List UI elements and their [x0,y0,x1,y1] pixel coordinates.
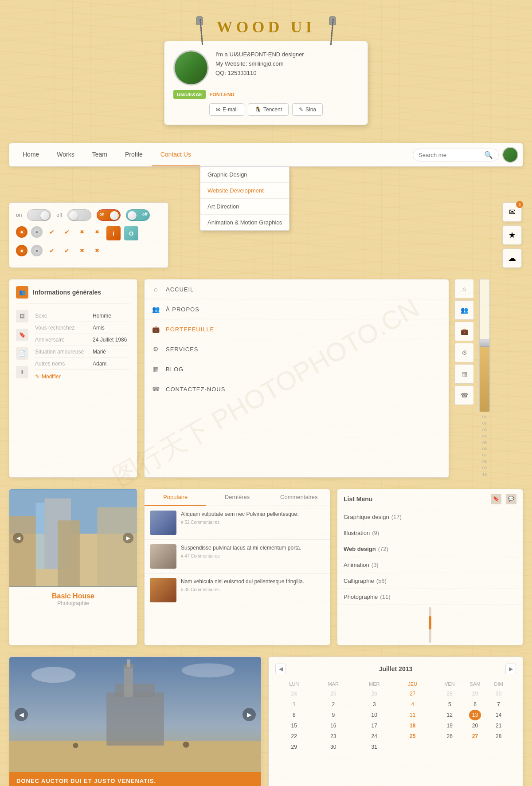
cal-day-3-5[interactable]: 20 [469,720,481,731]
radio-gray-1[interactable]: ● [31,226,43,238]
cal-day-5-1[interactable]: 30 [313,742,354,752]
cal-day-2-4[interactable]: 12 [430,710,469,720]
cal-day-5-2[interactable]: 31 [354,742,395,752]
toggle-off-switch[interactable] [67,209,91,221]
cal-day-0-6[interactable]: 30 [481,688,516,699]
radio-gray-2[interactable]: ● [31,245,43,256]
cal-day-0-0[interactable]: 24 [275,688,313,699]
cal-day-3-0[interactable]: 15 [275,720,313,731]
cal-day-0-5[interactable]: 29 [469,688,481,699]
dropdown-animation[interactable]: Animation & Motion Graphics [200,215,289,230]
mini-nav-briefcase[interactable]: 💼 [454,322,474,341]
cal-day-3-2[interactable]: 17 [354,720,395,731]
check-icon-1[interactable]: ✔ [46,226,58,238]
tab-populaire[interactable]: Populaire [145,489,206,506]
gallery-prev-button[interactable]: ◀ [15,708,28,721]
cal-day-2-2[interactable]: 10 [354,710,395,720]
cal-day-0-3[interactable]: 27 [395,688,430,699]
x-icon-2[interactable]: ✖ [91,226,103,238]
menu-item-contact[interactable]: ☎ CONTACTEZ-NOUS [145,379,449,399]
sina-button[interactable]: ✎ Sina [292,103,323,116]
bookmark-icon-btn[interactable]: 🔖 [491,494,501,504]
gallery-next-button[interactable]: ▶ [243,708,256,721]
cal-day-1-1[interactable]: 2 [313,699,354,710]
toggle-teal-switch[interactable]: off [126,209,150,221]
check-icon-3[interactable]: ✔ [46,245,58,256]
cal-day-4-0[interactable]: 22 [275,731,313,742]
cal-day-3-4[interactable]: 19 [430,720,469,731]
cal-day-1-0[interactable]: 1 [275,699,313,710]
search-icon[interactable]: 🔍 [484,151,493,159]
cal-day-1-6[interactable]: 7 [481,699,516,710]
cal-day-1-3[interactable]: 4 [395,699,430,710]
envelope-icon-btn[interactable]: ✉ 6 [502,202,522,222]
list-item-photographie[interactable]: Photographie (11) [337,589,523,605]
nav-item-contact[interactable]: Contact Us [152,143,200,166]
x-icon-1[interactable]: ✖ [76,226,88,238]
nav-item-home[interactable]: Home [14,143,48,166]
check-icon-2[interactable]: ✔ [61,226,73,238]
cloud-icon-btn[interactable]: ☁ [502,248,522,268]
ruler-knob[interactable] [479,339,490,347]
cal-day-4-5[interactable]: 27 [469,731,481,742]
dropdown-art[interactable]: Art Direction [200,199,289,215]
list-item-graphique[interactable]: Graphique design (17) [337,509,523,525]
calendar-prev-button[interactable]: ◀ [275,664,286,674]
btn-o-teal[interactable]: O [124,226,138,240]
dropdown-graphic[interactable]: Graphic Design [200,167,289,183]
mini-nav-home[interactable]: ⌂ [454,279,474,299]
mini-nav-users[interactable]: 👥 [454,300,474,320]
tab-dernieres[interactable]: Dernières [206,489,268,506]
list-item-illustration[interactable]: Illustration (9) [337,525,523,541]
cal-day-0-2[interactable]: 26 [354,688,395,699]
menu-item-blog[interactable]: ▦ BLOG [145,359,449,379]
cal-day-2-1[interactable]: 9 [313,710,354,720]
cal-day-1-5[interactable]: 6 [469,699,481,710]
nav-item-team[interactable]: Team [83,143,116,166]
email-button[interactable]: ✉ E-mail [209,103,244,116]
mini-nav-phone[interactable]: ☎ [454,385,474,405]
nav-item-profile[interactable]: Profile [116,143,152,166]
cal-day-3-1[interactable]: 16 [313,720,354,731]
toggle-orange-switch[interactable]: on [97,209,121,221]
cal-day-4-4[interactable]: 26 [430,731,469,742]
menu-item-apropos[interactable]: 👥 À PROPOS [145,299,449,319]
menu-item-services[interactable]: ⚙ SERVICES [145,339,449,359]
tab-commentaires[interactable]: Commentaires [268,489,330,506]
menu-item-accueil[interactable]: ⌂ ACCUEIL [145,279,449,299]
tencent-button[interactable]: 🐧 Tencent [248,103,289,116]
photo-next-button[interactable]: ▶ [123,533,133,543]
x-icon-4[interactable]: ✖ [91,245,103,256]
cal-day-0-4[interactable]: 28 [430,688,469,699]
photo-prev-button[interactable]: ◀ [13,533,23,543]
star-icon-btn[interactable]: ★ [502,225,522,245]
check-icon-4[interactable]: ✔ [61,245,73,256]
cal-day-4-3[interactable]: 25 [395,731,430,742]
radio-orange-1[interactable]: ● [16,226,27,238]
list-item-animation[interactable]: Animation (3) [337,557,523,573]
cal-day-2-3[interactable]: 11 [395,710,430,720]
cal-day-4-2[interactable]: 24 [354,731,395,742]
toggle-on-switch[interactable] [27,209,51,221]
cal-day-2-0[interactable]: 8 [275,710,313,720]
btn-i-orange[interactable]: i [106,226,121,240]
dropdown-website[interactable]: Website Development [200,183,289,199]
cal-day-4-6[interactable]: 28 [481,731,516,742]
cal-day-4-1[interactable]: 23 [313,731,354,742]
nav-item-works[interactable]: Works [48,143,83,166]
list-item-calligraphie[interactable]: Calligraphie (56) [337,573,523,589]
cal-day-0-1[interactable]: 25 [313,688,354,699]
cal-day-2-6[interactable]: 14 [481,710,516,720]
chat-icon-btn[interactable]: 💬 [506,494,516,504]
radio-orange-2[interactable]: ● [16,245,27,256]
cal-day-1-2[interactable]: 3 [354,699,395,710]
modify-button[interactable]: ✎ Modifier [35,373,61,380]
cal-day-5-0[interactable]: 29 [275,742,313,752]
cal-day-3-3[interactable]: 18 [395,720,430,731]
x-icon-3[interactable]: ✖ [76,245,88,256]
cal-day-3-6[interactable]: 21 [481,720,516,731]
ruler[interactable] [479,279,490,412]
mini-nav-grid[interactable]: ▦ [454,364,474,384]
calendar-next-button[interactable]: ▶ [505,664,516,674]
menu-item-portefeuille[interactable]: 💼 PORTEFEUILLE [145,319,449,339]
